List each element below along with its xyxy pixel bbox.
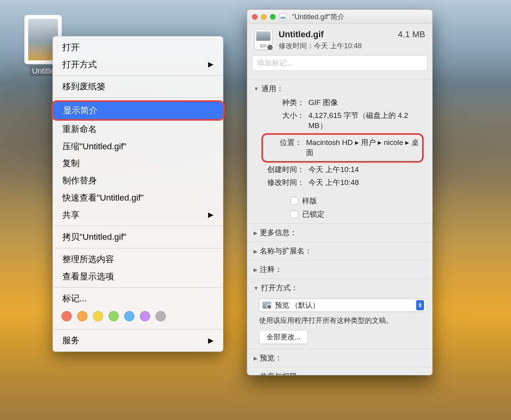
menu-open[interactable]: 打开 — [53, 39, 223, 56]
traffic-lights — [252, 14, 275, 20]
open-with-hint: 使用该应用程序打开所有这种类型的文稿。 — [259, 316, 427, 325]
tag-gray[interactable] — [156, 311, 166, 321]
tag-green[interactable] — [109, 311, 119, 321]
disclosure-triangle-icon: ▶ — [254, 248, 257, 254]
magnifier-icon — [266, 44, 274, 51]
disclosure-triangle-icon: ▶ — [254, 355, 257, 361]
row-locked: 已锁定 — [254, 208, 426, 221]
section-sharing-header[interactable]: ▶ 共享与权限： — [247, 367, 432, 375]
menu-open-with[interactable]: 打开方式▶ — [53, 56, 223, 73]
window-title: "Untitled.gif"简介 — [292, 12, 344, 22]
chevron-right-icon: ▶ — [208, 336, 214, 345]
section-general-header[interactable]: ▼ 通用： — [254, 81, 426, 96]
menu-separator — [54, 248, 222, 248]
file-icon — [279, 13, 286, 20]
disclosure-triangle-icon: ▶ — [254, 374, 257, 375]
menu-separator — [54, 75, 222, 76]
tag-red[interactable] — [62, 311, 72, 321]
row-modified: 修改时间： 今天 上午10:48 — [254, 176, 426, 189]
window-zoom-button[interactable] — [270, 14, 275, 20]
tag-yellow[interactable] — [93, 311, 103, 321]
locked-checkbox[interactable] — [290, 210, 298, 218]
row-kind: 种类： GIF 图像 — [254, 96, 426, 109]
menu-separator — [54, 98, 222, 98]
annotation-highlight: 位置： Macintosh HD ▸ 用户 ▸ nicole ▸ 桌面 — [261, 133, 424, 163]
tags-placeholder: 添加标记... — [257, 58, 293, 68]
annotation-highlight: 显示简介 — [51, 100, 225, 121]
menu-services[interactable]: 服务▶ — [53, 332, 223, 349]
open-with-block: 预览 （默认） 使用该应用程序打开所有这种类型的文稿。 全部更改... — [247, 297, 432, 349]
section-general: ▼ 通用： 种类： GIF 图像 大小： 4,127,615 字节（磁盘上的 4… — [247, 76, 432, 223]
chevron-right-icon: ▶ — [208, 210, 214, 219]
tag-color-row — [53, 307, 223, 327]
window-close-button[interactable] — [252, 14, 257, 20]
menu-make-alias[interactable]: 制作替身 — [53, 172, 223, 189]
menu-compress[interactable]: 压缩"Untitled.gif" — [53, 138, 223, 155]
info-modified-line: 修改时间：今天 上午10:48 — [279, 41, 391, 51]
change-all-button[interactable]: 全部更改... — [259, 330, 308, 344]
get-info-window: "Untitled.gif"简介 Untitled.gif 修改时间：今天 上午… — [247, 9, 433, 375]
menu-rename[interactable]: 重新命名 — [53, 121, 223, 138]
section-more-info-header[interactable]: ▶ 更多信息： — [247, 223, 432, 242]
menu-share[interactable]: 共享▶ — [53, 206, 223, 224]
section-open-with-header[interactable]: ▼ 打开方式： — [247, 279, 432, 297]
menu-clean-up[interactable]: 整理所选内容 — [53, 251, 223, 268]
section-name-ext-header[interactable]: ▶ 名称与扩展名： — [247, 242, 432, 260]
row-where: 位置： Macintosh HD ▸ 用户 ▸ nicole ▸ 桌面 — [263, 136, 420, 159]
menu-separator — [54, 329, 222, 329]
menu-move-to-trash[interactable]: 移到废纸篓 — [53, 78, 223, 95]
chevron-right-icon: ▶ — [208, 60, 214, 69]
disclosure-triangle-icon: ▶ — [254, 267, 257, 273]
section-comments-header[interactable]: ▶ 注释： — [247, 260, 432, 279]
preview-app-icon — [263, 302, 271, 309]
info-file-name: Untitled.gif — [279, 29, 391, 40]
tag-orange[interactable] — [77, 311, 87, 321]
menu-separator — [54, 226, 222, 226]
open-with-app-select[interactable]: 预览 （默认） — [259, 299, 427, 312]
row-size: 大小： 4,127,615 字节（磁盘上的 4.2 MB） — [254, 109, 426, 132]
stationery-checkbox[interactable] — [290, 197, 298, 205]
menu-copy[interactable]: 拷贝"Untitled.gif" — [53, 228, 223, 246]
disclosure-triangle-icon: ▶ — [254, 230, 257, 236]
menu-tags[interactable]: 标记... — [53, 290, 223, 307]
menu-view-options[interactable]: 查看显示选项 — [53, 268, 223, 285]
row-stationery: 样版 — [254, 194, 426, 208]
menu-quick-look[interactable]: 快速查看"Untitled.gif" — [53, 189, 223, 206]
select-stepper-icon — [416, 300, 424, 310]
file-preview-icon — [254, 29, 272, 50]
context-menu: 打开 打开方式▶ 移到废纸篓 显示简介 重新命名 压缩"Untitled.gif… — [53, 36, 223, 352]
section-preview-header[interactable]: ▶ 预览： — [247, 349, 432, 367]
row-created: 创建时间： 今天 上午10:14 — [254, 163, 426, 176]
info-file-size: 4.1 MB — [398, 29, 425, 40]
disclosure-triangle-icon: ▼ — [254, 285, 259, 291]
tag-purple[interactable] — [140, 311, 150, 321]
info-header: Untitled.gif 修改时间：今天 上午10:48 4.1 MB — [247, 24, 432, 55]
window-titlebar[interactable]: "Untitled.gif"简介 — [247, 10, 432, 24]
tags-input[interactable]: 添加标记... — [252, 55, 428, 71]
menu-separator — [54, 287, 222, 288]
menu-get-info[interactable]: 显示简介 — [53, 102, 223, 119]
menu-duplicate[interactable]: 复制 — [53, 155, 223, 172]
window-minimize-button[interactable] — [261, 14, 266, 20]
tag-blue[interactable] — [124, 311, 134, 321]
disclosure-triangle-icon: ▼ — [254, 86, 259, 92]
